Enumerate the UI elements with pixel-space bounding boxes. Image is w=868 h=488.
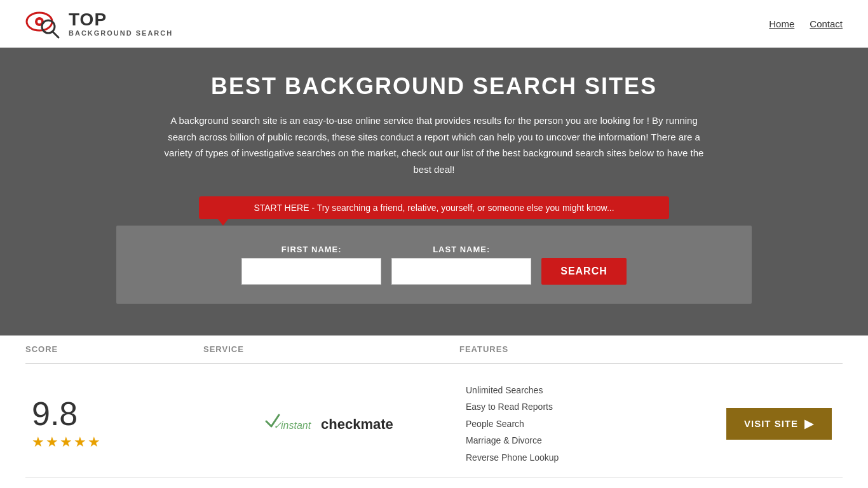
first-name-label: FIRST NAME:: [241, 245, 381, 254]
feature-1-5: Reverse Phone Lookup: [466, 451, 715, 464]
hero-section: BEST BACKGROUND SEARCH SITES A backgroun…: [0, 48, 868, 336]
col-score-header: SCORE: [25, 344, 203, 354]
speech-bubble: START HERE - Try searching a friend, rel…: [199, 196, 669, 219]
svg-point-2: [37, 20, 41, 24]
star-5: ★: [88, 434, 100, 451]
logo-area: TOP BACKGROUND SEARCH: [25, 8, 173, 39]
last-name-label: LAST NAME:: [391, 245, 531, 254]
last-name-input[interactable]: [391, 258, 531, 285]
logo-text: TOP BACKGROUND SEARCH: [69, 10, 173, 37]
visit-col-1: VISIT SITE ▶: [715, 408, 843, 440]
hero-title: BEST BACKGROUND SEARCH SITES: [13, 73, 855, 100]
feature-1-3: People Search: [466, 417, 715, 431]
star-2: ★: [46, 434, 58, 451]
col-action-header: [715, 344, 843, 354]
svg-text:checkmate: checkmate: [321, 416, 393, 432]
nav-home[interactable]: Home: [769, 18, 794, 29]
results-header: SCORE SERVICE FEATURES: [25, 336, 843, 364]
visit-site-button-1[interactable]: VISIT SITE ▶: [726, 408, 832, 440]
logo-top-text: TOP: [69, 10, 173, 30]
star-3: ★: [60, 434, 72, 451]
score-col-1: 9.8 ★ ★ ★ ★ ★: [25, 397, 203, 451]
feature-1-1: Unlimited Searches: [466, 383, 715, 397]
stars-1: ★ ★ ★ ★ ★: [32, 434, 100, 451]
feature-1-2: Easy to Read Reports: [466, 400, 715, 414]
hero-description: A background search site is an easy-to-u…: [161, 112, 707, 177]
service-col-1: instant ✓ checkmate: [203, 405, 459, 443]
features-col-1: Unlimited Searches Easy to Read Reports …: [459, 383, 715, 464]
visit-arrow-1: ▶: [804, 417, 814, 431]
nav-contact[interactable]: Contact: [810, 18, 843, 29]
logo-icon: [25, 8, 64, 39]
svg-line-4: [53, 32, 58, 37]
star-4: ★: [74, 434, 86, 451]
visit-site-label-1: VISIT SITE: [744, 418, 798, 429]
result-row-1: 9.8 ★ ★ ★ ★ ★ instant: [25, 370, 843, 478]
result-row-2: 9.4 ★ ★ ★ ★ ★ People Looker Accurate and…: [25, 478, 843, 488]
main-nav: Home Contact: [769, 18, 843, 29]
first-name-input[interactable]: [241, 258, 381, 285]
checkmate-logo: instant ✓ checkmate: [262, 405, 402, 443]
star-1: ★: [32, 434, 44, 451]
logo-sub-text: BACKGROUND SEARCH: [69, 29, 173, 37]
feature-1-4: Marriage & Divorce: [466, 433, 715, 447]
search-button[interactable]: SEARCH: [541, 258, 627, 285]
search-form: FIRST NAME: LAST NAME: SEARCH: [129, 245, 739, 285]
first-name-field-group: FIRST NAME:: [241, 245, 381, 285]
svg-text:instant: instant: [281, 420, 311, 431]
last-name-field-group: LAST NAME:: [391, 245, 531, 285]
col-service-header: SERVICE: [203, 344, 459, 354]
score-num-1: 9.8: [32, 397, 78, 430]
search-form-area: FIRST NAME: LAST NAME: SEARCH: [116, 226, 752, 304]
col-features-header: FEATURES: [459, 344, 715, 354]
header: TOP BACKGROUND SEARCH Home Contact: [0, 0, 868, 48]
checkmate-logo-svg: instant ✓ checkmate: [262, 405, 402, 443]
results-section: SCORE SERVICE FEATURES 9.8 ★ ★ ★ ★ ★: [0, 336, 868, 488]
svg-text:✓: ✓: [273, 420, 282, 431]
